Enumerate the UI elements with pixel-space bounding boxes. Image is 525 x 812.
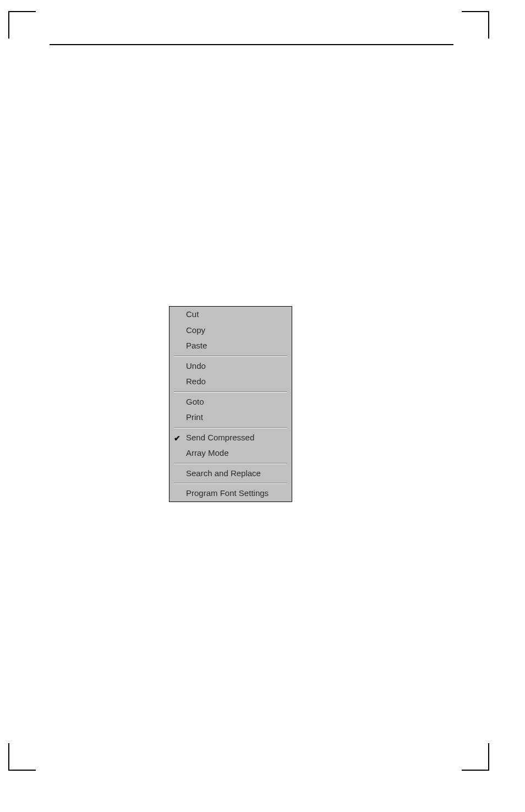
menu-separator: [174, 391, 287, 393]
menu-item-redo[interactable]: Redo: [169, 374, 292, 390]
menu-separator: [174, 356, 287, 357]
menu-separator: [174, 483, 287, 484]
menu-label: Copy: [186, 325, 205, 335]
menu-item-array-mode[interactable]: Array Mode: [169, 445, 292, 461]
menu-item-print[interactable]: Print: [169, 410, 292, 426]
menu-separator: [174, 427, 287, 428]
menu-item-goto[interactable]: Goto: [169, 394, 292, 410]
crop-mark-top-right: [462, 11, 489, 39]
menu-label: Print: [186, 412, 203, 422]
menu-item-send-compressed[interactable]: ✔ Send Compressed: [169, 430, 292, 446]
menu-label: Send Compressed: [186, 433, 254, 442]
menu-label: Array Mode: [186, 448, 229, 457]
menu-label: Redo: [186, 377, 206, 386]
context-menu: Cut Copy Paste Undo Redo Goto Print ✔ Se…: [169, 306, 292, 502]
crop-mark-bottom-left: [8, 743, 36, 771]
menu-label: Search and Replace: [186, 468, 261, 478]
menu-label: Paste: [186, 341, 207, 350]
crop-mark-bottom-right: [462, 743, 489, 771]
menu-item-undo[interactable]: Undo: [169, 358, 292, 374]
menu-item-font-settings[interactable]: Program Font Settings: [169, 486, 292, 502]
menu-separator: [174, 463, 287, 464]
crop-mark-top-left: [8, 11, 36, 39]
menu-item-copy[interactable]: Copy: [169, 323, 292, 339]
menu-label: Cut: [186, 309, 199, 319]
menu-label: Undo: [186, 361, 206, 370]
menu-item-search-replace[interactable]: Search and Replace: [169, 466, 292, 482]
menu-item-paste[interactable]: Paste: [169, 338, 292, 354]
menu-label: Program Font Settings: [186, 488, 269, 498]
menu-item-cut[interactable]: Cut: [169, 307, 292, 323]
header-divider: [50, 44, 453, 45]
menu-label: Goto: [186, 397, 204, 406]
check-icon: ✔: [174, 433, 181, 444]
